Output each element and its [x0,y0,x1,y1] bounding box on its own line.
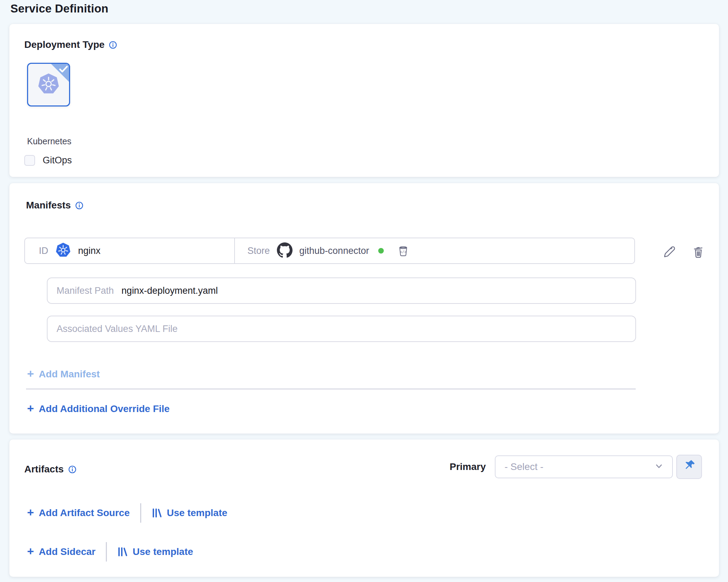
deployment-type-heading: Deployment Type [24,39,117,50]
gitops-option: GitOps [24,155,72,166]
pin-primary-button[interactable] [676,455,702,479]
add-artifact-source-button[interactable]: + Add Artifact Source [27,507,130,519]
manifest-row-actions [662,244,705,260]
info-icon[interactable] [68,465,76,473]
add-artifact-source-label: Add Artifact Source [39,507,130,519]
manifests-divider [26,388,636,390]
manifests-heading: Manifests [26,200,83,211]
primary-label: Primary [450,461,486,472]
manifest-id-label: ID [39,246,48,256]
manifest-path-value: nginx-deployment.yaml [121,285,218,296]
code-store-icon[interactable]: </> [396,244,410,258]
plus-icon: + [27,506,34,518]
use-template-label: Use template [167,507,227,519]
sidecar-links-row: + Add Sidecar Use template [27,541,193,563]
artifact-links-row: + Add Artifact Source Use template [27,502,227,524]
manifest-id-value: nginx [78,246,101,256]
service-definition-page: Service Definition Deployment Type [0,0,728,582]
svg-text:</>: </> [400,250,406,254]
gitops-label: GitOps [43,155,72,166]
selected-check-icon [51,64,69,82]
add-override-label: Add Additional Override File [39,403,170,414]
vertical-divider [106,542,107,562]
deployment-type-card: Deployment Type [9,24,719,177]
info-icon[interactable] [75,202,83,209]
template-library-icon [117,546,128,557]
manifest-store-segment: Store github-connector </> [234,238,634,263]
pencil-icon [662,244,676,260]
store-connector-value: github-connector [299,246,369,256]
add-sidecar-label: Add Sidecar [39,546,95,557]
manifest-row[interactable]: ID [24,238,635,264]
plus-icon: + [27,368,34,379]
pin-icon [682,460,696,474]
github-icon [277,242,293,259]
add-sidecar-button[interactable]: + Add Sidecar [27,546,95,558]
deployment-type-tile-kubernetes[interactable] [27,63,70,106]
gitops-checkbox[interactable] [24,155,35,166]
manifests-heading-label: Manifests [26,200,71,211]
manifest-path-input[interactable]: Manifest Path nginx-deployment.yaml [47,277,636,304]
kubernetes-icon [55,242,71,259]
primary-artifact-select[interactable]: - Select - [495,455,673,478]
tile-label-kubernetes: Kubernetes [27,136,70,146]
connector-status-dot [378,248,384,254]
artifacts-heading: Artifacts [24,464,76,475]
values-yaml-placeholder: Associated Values YAML File [57,324,178,334]
plus-icon: + [27,402,34,414]
delete-manifest-button[interactable] [691,244,705,260]
template-library-icon [152,507,162,519]
primary-select-value: - Select - [505,461,543,472]
artifacts-card: Artifacts Primary - Select - [9,439,719,577]
add-additional-override-file-button[interactable]: + Add Additional Override File [27,403,170,415]
primary-artifact-control: Primary - Select - [450,455,702,479]
plus-icon: + [27,545,34,557]
info-icon[interactable] [109,41,117,49]
artifacts-heading-label: Artifacts [24,464,64,475]
page-title: Service Definition [10,2,108,15]
trash-icon [691,244,705,260]
store-label: Store [247,246,270,256]
manifests-card: Manifests ID [9,183,719,434]
deployment-type-heading-label: Deployment Type [24,39,104,50]
values-yaml-input[interactable]: Associated Values YAML File [47,316,636,342]
add-manifest-label: Add Manifest [39,369,100,380]
use-template-label: Use template [133,546,193,557]
use-template-artifact-button[interactable]: Use template [152,507,227,519]
edit-manifest-button[interactable] [662,244,676,260]
chevron-down-icon [654,461,664,472]
add-manifest-button[interactable]: + Add Manifest [27,368,100,380]
manifest-id-segment: ID [25,238,234,263]
vertical-divider [140,503,141,523]
use-template-sidecar-button[interactable]: Use template [117,546,193,557]
manifest-path-prefix: Manifest Path [57,285,114,296]
